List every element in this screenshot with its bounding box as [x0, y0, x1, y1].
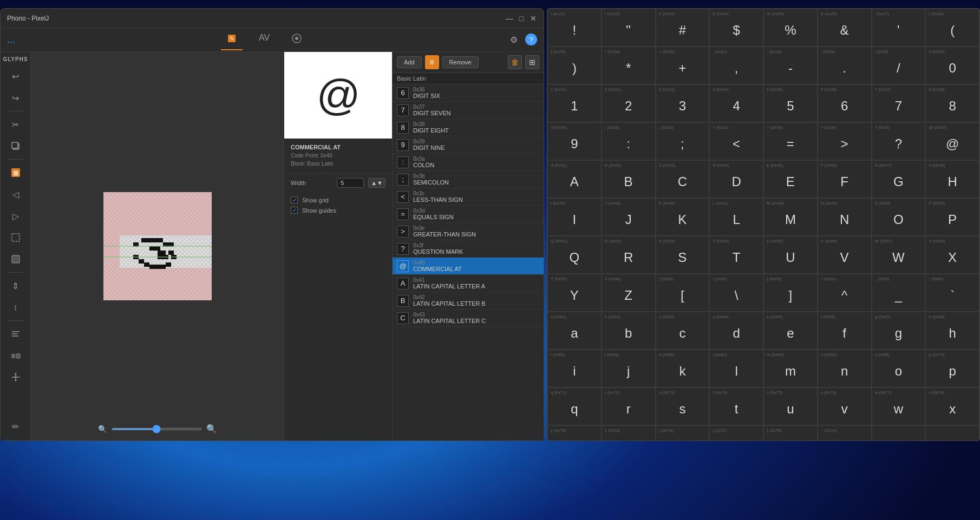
- glyph-cell[interactable]: . (0x2e) .: [818, 47, 872, 84]
- mirror-button[interactable]: [6, 346, 25, 365]
- canvas-container[interactable]: [103, 192, 212, 300]
- pencil-button[interactable]: ✏: [6, 417, 25, 436]
- width-input[interactable]: [337, 178, 364, 188]
- glyph-cell[interactable]: X (0x58) X: [925, 236, 979, 274]
- glyph-grid-panel[interactable]: ! (0x21) ! " (0x22) " # (0x23) # $ (0x24…: [547, 8, 980, 441]
- glyph-cell[interactable]: [ (0x5b) [: [656, 274, 710, 312]
- rect-select[interactable]: [6, 228, 25, 247]
- glyph-cell[interactable]: l (0x6c) l: [709, 350, 763, 387]
- glyph-cell[interactable]: D (0x44) D: [709, 160, 763, 198]
- toolbar-dots[interactable]: ...: [7, 34, 15, 45]
- glyph-cell[interactable]: - (0x2d) -: [763, 47, 818, 84]
- list-item[interactable]: B 0x42 LATIN CAPITAL LETTER B: [393, 292, 544, 310]
- glyph-cell[interactable]: $ (0x24) $: [709, 9, 763, 47]
- glyph-cell[interactable]: ' (0x27) ': [872, 9, 926, 47]
- align-button[interactable]: [6, 324, 25, 344]
- glyph-cell[interactable]: J (0x4a) J: [602, 198, 656, 236]
- glyph-cell[interactable]: d (0x64) d: [709, 312, 763, 350]
- glyph-cell[interactable]: q (0x71) q: [547, 387, 602, 425]
- list-item[interactable]: A 0x41 LATIN CAPITAL LETTER A: [393, 275, 544, 292]
- glyph-cell[interactable]: K (0x4b) K: [656, 198, 710, 236]
- glyph-cell[interactable]: & (0x26) &: [818, 9, 872, 47]
- tab-edit[interactable]: ✎: [221, 30, 243, 50]
- list-item[interactable]: > 0x3e GREATER-THAN SIGN: [393, 223, 544, 240]
- glyph-cell[interactable]: g (0x67) g: [872, 312, 926, 350]
- glyph-cell[interactable]: H (0x48) H: [925, 160, 979, 198]
- glyph-cell[interactable]: ] (0x5d) ]: [763, 274, 818, 312]
- glyph-cell[interactable]: + (0x2b) +: [656, 47, 710, 84]
- settings-button[interactable]: ⚙: [509, 34, 519, 46]
- glyph-cell[interactable]: 2 (0x32) 2: [602, 84, 656, 122]
- width-stepper[interactable]: ▲▼: [368, 178, 386, 188]
- close-button[interactable]: ✕: [530, 15, 537, 22]
- zoom-in-icon[interactable]: 🔍: [206, 424, 217, 434]
- flip-v-button[interactable]: ⇕: [6, 276, 25, 295]
- remove-button[interactable]: Remove: [442, 56, 479, 68]
- glyph-cell[interactable]: n (0x6e) n: [818, 350, 872, 387]
- tab-settings[interactable]: [286, 30, 308, 50]
- glyph-cell[interactable]: } (0x7d) }: [763, 425, 818, 441]
- glyph-cell[interactable]: R (0x52) R: [602, 236, 656, 274]
- glyph-cell[interactable]: ! (0x21) !: [547, 9, 602, 47]
- glyph-cell[interactable]: ~ (0x7e) ~: [818, 425, 872, 441]
- arrow-tool[interactable]: ◁: [6, 185, 25, 204]
- copy-button[interactable]: [6, 136, 25, 156]
- glyph-cell[interactable]: w (0x77) w: [872, 387, 926, 425]
- glyph-cell[interactable]: ? (0x3f) ?: [872, 122, 926, 160]
- glyph-cell[interactable]: P (0x50) P: [925, 198, 979, 236]
- fill-button[interactable]: ▦: [6, 163, 25, 182]
- glyph-cell[interactable]: 1 (0x31) 1: [547, 84, 602, 122]
- list-item[interactable]: = 0x3d EQUALS SIGN: [393, 206, 544, 223]
- glyph-cell[interactable]: 3 (0x33) 3: [656, 84, 710, 122]
- cut-button[interactable]: ✂: [6, 115, 25, 134]
- glyph-cell[interactable]: Z (0x5a) Z: [602, 274, 656, 312]
- glyph-cell[interactable]: B (0x42) B: [602, 160, 656, 198]
- glyph-cell[interactable]: : (0x3a) :: [602, 122, 656, 160]
- glyph-cell[interactable]: p (0x70) p: [925, 350, 979, 387]
- grid-view-button[interactable]: ⊞: [525, 55, 539, 69]
- glyph-cell[interactable]: O (0x4f) O: [872, 198, 926, 236]
- glyph-cell[interactable]: f (0x66) f: [818, 312, 872, 350]
- list-item[interactable]: @ 0x40 COMMERCIAL AT: [393, 258, 544, 275]
- glyph-cell[interactable]: ( (0x28) (: [925, 9, 979, 47]
- move-button[interactable]: [6, 367, 25, 387]
- glyph-cell[interactable]: , (0x2c) ,: [709, 47, 763, 84]
- glyph-cell[interactable]: e (0x65) e: [763, 312, 818, 350]
- glyph-cell[interactable]: 5 (0x35) 5: [763, 84, 818, 122]
- list-item[interactable]: ; 0x3b SEMICOLON: [393, 171, 544, 188]
- glyph-cell[interactable]: G (0x47) G: [872, 160, 926, 198]
- glyph-cell[interactable]: s (0x73) s: [656, 387, 710, 425]
- glyph-cell[interactable]: 6 (0x36) 6: [818, 84, 872, 122]
- glyph-cell[interactable]: % (0x25) %: [763, 9, 818, 47]
- glyph-cell[interactable]: t (0x74) t: [709, 387, 763, 425]
- glyph-cell[interactable]: 9 (0x39) 9: [547, 122, 602, 160]
- glyph-cell[interactable]: r (0x72) r: [602, 387, 656, 425]
- glyph-cell[interactable]: [925, 425, 979, 441]
- glyph-cell[interactable]: A (0x41) A: [547, 160, 602, 198]
- flip-h-button[interactable]: ↕: [6, 298, 25, 317]
- list-item[interactable]: 8 0x38 DIGIT EIGHT: [393, 119, 544, 136]
- help-button[interactable]: ?: [525, 34, 537, 45]
- glyph-cell[interactable]: E (0x45) E: [763, 160, 818, 198]
- glyph-cell[interactable]: U (0x55) U: [763, 236, 818, 274]
- glyph-cell[interactable]: 4 (0x34) 4: [709, 84, 763, 122]
- show-guides-checkbox[interactable]: ✓: [291, 207, 298, 214]
- list-item[interactable]: 6 0x36 DIGIT SIX: [393, 84, 544, 102]
- add-button[interactable]: Add: [397, 56, 422, 68]
- glyph-cell[interactable]: " (0x22) ": [602, 9, 656, 47]
- glyph-cell[interactable]: | (0x7c) |: [709, 425, 763, 441]
- glyph-cell[interactable]: m (0x6d) m: [763, 350, 818, 387]
- glyph-cell[interactable]: N (0x4e) N: [818, 198, 872, 236]
- glyph-cell[interactable]: Y (0x59) Y: [547, 274, 602, 312]
- glyph-cell[interactable]: * (0x2a) *: [602, 47, 656, 84]
- glyph-cell[interactable]: [872, 425, 926, 441]
- glyph-cell[interactable]: 0 (0x30) 0: [925, 47, 979, 84]
- glyph-cell[interactable]: b (0x62) b: [602, 312, 656, 350]
- list-item[interactable]: 7 0x37 DIGIT SEVEN: [393, 102, 544, 119]
- minimize-button[interactable]: —: [506, 15, 513, 22]
- glyph-cell[interactable]: c (0x63) c: [656, 312, 710, 350]
- maximize-button[interactable]: □: [518, 15, 525, 22]
- zoom-out-icon[interactable]: 🔍: [98, 425, 107, 433]
- glyph-cell[interactable]: v (0x76) v: [818, 387, 872, 425]
- glyph-cell[interactable]: L (0x4c) L: [709, 198, 763, 236]
